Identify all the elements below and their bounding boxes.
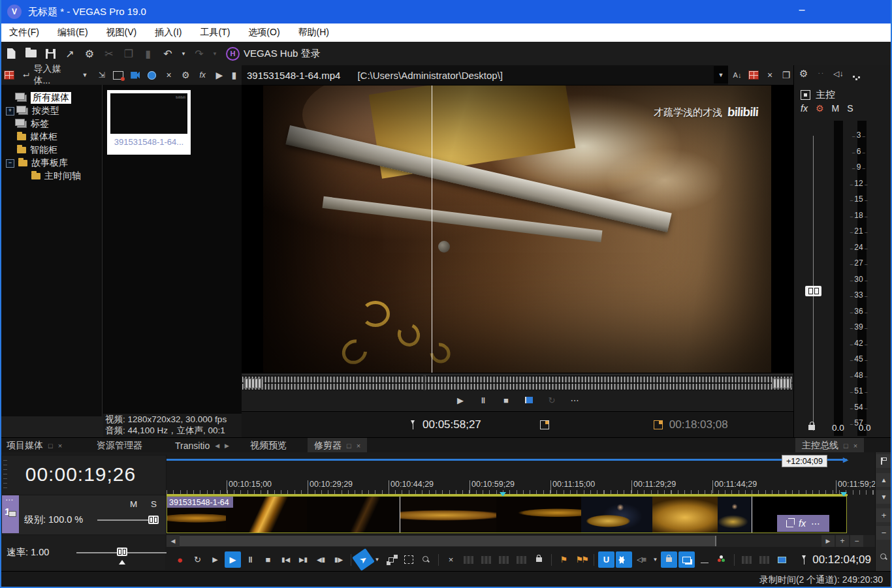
screen-capture-icon[interactable] xyxy=(111,67,126,83)
pause-button[interactable]: ‖ xyxy=(242,551,259,568)
lock-event-fx-button[interactable] xyxy=(661,551,677,568)
track-color-strip[interactable]: ⋯ 1 xyxy=(2,495,19,533)
mixer-preview-icon[interactable]: ᛫᛫ xyxy=(817,70,824,77)
envelope-tool-button[interactable] xyxy=(383,551,399,568)
import-media-button[interactable]: 导入媒体... xyxy=(33,63,75,87)
tab-close-icon[interactable]: × xyxy=(357,442,360,450)
redo-button[interactable]: ↷ xyxy=(191,45,208,62)
minimize-button[interactable]: – xyxy=(790,0,814,20)
bus-solo-button[interactable]: S xyxy=(847,103,853,114)
scroll-left-button[interactable]: ◀ xyxy=(167,535,180,547)
play-button[interactable]: ▶ xyxy=(225,551,241,568)
track-mute-button[interactable]: M xyxy=(130,499,137,509)
trimmer-pause-button[interactable]: ‖ xyxy=(475,392,492,409)
title-bar[interactable]: V 无标题 * - VEGAS Pro 19.0 – xyxy=(0,0,892,23)
zoom-edit-tool-button[interactable] xyxy=(876,550,891,564)
trimmer-waveform-scrubber[interactable] xyxy=(242,375,793,392)
project-media-icon[interactable] xyxy=(2,67,17,83)
timecode-display-panel[interactable]: 00:00:19;26 xyxy=(1,455,167,495)
trimmer-stop-button[interactable]: ■ xyxy=(498,392,515,409)
media-thumbnail[interactable]: bilibili 391531548-1-64... xyxy=(107,90,191,155)
track-level-handle[interactable] xyxy=(148,516,159,524)
next-frame-button[interactable]: ▮▶ xyxy=(330,551,347,568)
tree-item-tags[interactable]: 标签 xyxy=(0,117,102,131)
paste-button[interactable]: ▮ xyxy=(140,45,157,62)
zoom-out-time-button[interactable]: − xyxy=(850,535,863,547)
edit-tool-dropdown[interactable]: ▼ xyxy=(373,551,381,568)
tab-close-icon[interactable]: × xyxy=(853,442,857,450)
tree-item-smart-bins[interactable]: 智能柜 xyxy=(0,144,102,157)
menu-tools[interactable]: 工具(T) xyxy=(191,23,239,42)
fade-type-button[interactable] xyxy=(496,551,512,568)
render-as-button[interactable]: ↗ xyxy=(61,45,78,62)
fader-lock-icon[interactable] xyxy=(808,425,815,430)
master-fader-handle[interactable] xyxy=(805,286,821,296)
speaker-downmix-button[interactable]: ◁↓ xyxy=(833,69,843,78)
expand-icon[interactable]: + xyxy=(6,107,14,116)
tab-close-icon[interactable]: × xyxy=(58,442,62,450)
tree-item-media-bins[interactable]: 媒体柜 xyxy=(0,131,102,144)
zoom-out-track-button[interactable]: − xyxy=(876,526,891,540)
tree-item-all-media[interactable]: 所有媒体 xyxy=(0,91,102,104)
trimmer-cursor-time[interactable]: 00:05:58;27 xyxy=(422,418,481,431)
open-in-trimmer-button[interactable] xyxy=(756,551,773,568)
insert-marker-button[interactable]: ⚑ xyxy=(556,551,572,568)
new-project-button[interactable] xyxy=(3,45,20,62)
import-dropdown[interactable]: ▼ xyxy=(78,67,93,83)
menu-help[interactable]: 帮助(H) xyxy=(289,23,338,42)
scroll-right-button[interactable]: ▶ xyxy=(821,535,835,547)
timeline-ruler[interactable]: 00:10:15;00 00:10:29;29 00:10:44;29 00:1… xyxy=(167,478,875,495)
zoom-tool-button[interactable] xyxy=(418,551,434,568)
tab-maximize-icon[interactable]: □ xyxy=(844,442,848,450)
tab-explorer[interactable]: 资源管理器 xyxy=(90,438,149,453)
normal-edit-tool-button[interactable]: ➤ xyxy=(352,548,375,571)
master-fader-track[interactable] xyxy=(813,136,814,431)
copy-button[interactable]: ❐ xyxy=(120,45,137,62)
zoom-in-time-button[interactable]: + xyxy=(836,535,849,547)
nested-timeline-button[interactable] xyxy=(739,551,755,568)
tree-item-main-timeline[interactable]: 主时间轴 xyxy=(0,170,102,183)
media-properties-button[interactable]: ⚙ xyxy=(178,67,193,83)
media-fx-button[interactable]: fx xyxy=(195,67,210,83)
stop-button[interactable]: ■ xyxy=(260,551,276,568)
insert-region-button[interactable]: ⚑⚑ xyxy=(573,551,590,568)
selection-tool-button[interactable] xyxy=(400,551,417,568)
properties-button[interactable]: ⚙ xyxy=(81,45,98,62)
multicam-button[interactable] xyxy=(678,551,695,568)
make-subclip-button[interactable] xyxy=(774,551,790,568)
marker-tool-button[interactable] xyxy=(876,454,891,468)
enable-snapping-button[interactable]: U xyxy=(598,551,614,568)
waveform-cursor[interactable] xyxy=(424,375,425,391)
file-dropdown-button[interactable]: ▼ xyxy=(714,66,728,84)
tree-item-by-type[interactable]: + 按类型 xyxy=(0,104,102,117)
menu-insert[interactable]: 插入(I) xyxy=(146,23,191,42)
tab-maximize-icon[interactable]: □ xyxy=(347,442,351,450)
previous-frame-button[interactable]: ◀▮ xyxy=(313,551,329,568)
trimmer-play-button[interactable]: ▶ xyxy=(453,392,469,409)
tree-item-storyboard-bins[interactable]: − 故事板库 xyxy=(0,157,102,170)
get-media-web-icon[interactable] xyxy=(145,67,160,83)
redo-dropdown[interactable]: ▼ xyxy=(210,45,219,62)
go-to-end-button[interactable]: ▶▮ xyxy=(295,551,311,568)
device-capture-icon[interactable] xyxy=(128,67,143,83)
capture-video-icon[interactable]: ⇲ xyxy=(94,67,109,83)
tab-trimmer[interactable]: 修剪器 □ × xyxy=(308,438,367,453)
undo-dropdown[interactable]: ▼ xyxy=(179,45,188,62)
fade-type-button[interactable] xyxy=(513,551,530,568)
auto-ripple-button[interactable]: ◁≡ xyxy=(633,551,650,568)
video-event-clip[interactable] xyxy=(167,496,847,533)
collapse-icon[interactable]: − xyxy=(6,159,14,168)
ripple-dropdown[interactable]: ▼ xyxy=(651,551,660,568)
tab-transitions[interactable]: Transitio ◀ ▶ xyxy=(168,438,236,453)
menu-options[interactable]: 选项(O) xyxy=(239,23,289,42)
loop-playback-button[interactable]: ↻ xyxy=(544,392,560,409)
open-button[interactable] xyxy=(22,45,39,62)
trimmer-end-time[interactable]: 00:18:03;08 xyxy=(669,418,728,431)
remove-media-button[interactable]: × xyxy=(161,67,176,83)
hscroll-thumb[interactable] xyxy=(180,536,716,546)
clip-crop-icon[interactable] xyxy=(786,520,793,527)
rate-handle[interactable] xyxy=(117,548,127,556)
track-more-icon[interactable]: ⋯ xyxy=(5,495,13,504)
add-to-project-media-button[interactable] xyxy=(746,67,761,83)
transport-more-button[interactable]: ⋯ xyxy=(567,392,583,409)
